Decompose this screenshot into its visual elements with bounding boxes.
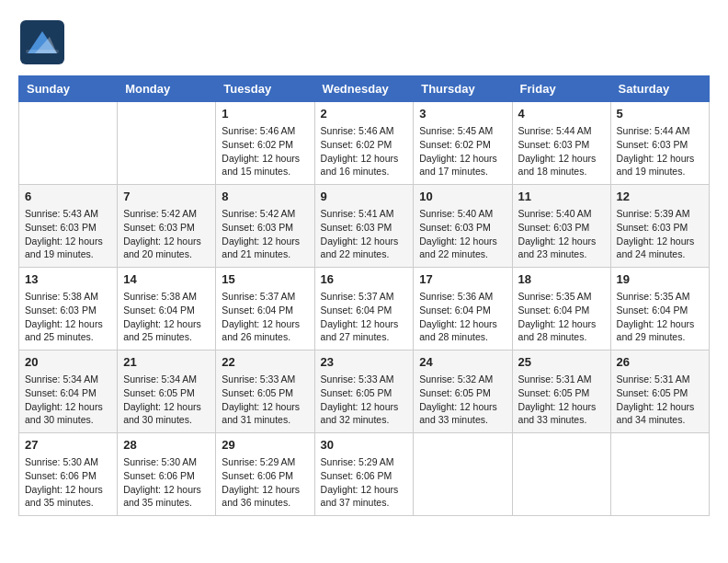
sunset-text: Sunset: 6:05 PM (419, 387, 491, 398)
day-number: 28 (123, 437, 210, 454)
day-number: 30 (321, 437, 408, 454)
day-number: 5 (617, 106, 703, 122)
calendar-day-cell: 4Sunrise: 5:44 AMSunset: 6:03 PMDaylight… (512, 102, 610, 185)
daylight-text: Daylight: 12 hours and 31 minutes. (222, 401, 300, 426)
sunset-text: Sunset: 6:03 PM (222, 222, 293, 233)
daylight-text: Daylight: 12 hours and 35 minutes. (123, 484, 201, 509)
sunset-text: Sunset: 6:03 PM (25, 222, 97, 233)
sunset-text: Sunset: 6:03 PM (518, 139, 590, 150)
daylight-text: Daylight: 12 hours and 17 minutes. (419, 153, 497, 178)
calendar-day-cell: 9Sunrise: 5:41 AMSunset: 6:03 PMDaylight… (314, 185, 414, 268)
day-number: 10 (419, 189, 506, 205)
sunset-text: Sunset: 6:05 PM (617, 387, 688, 398)
weekday-header-saturday: Saturday (610, 76, 709, 102)
day-number: 15 (222, 271, 308, 288)
daylight-text: Daylight: 12 hours and 30 minutes. (123, 401, 201, 426)
sunrise-text: Sunrise: 5:32 AM (419, 373, 493, 385)
day-number: 17 (419, 271, 506, 288)
sunrise-text: Sunrise: 5:44 AM (617, 125, 690, 136)
calendar-day-cell: 10Sunrise: 5:40 AMSunset: 6:03 PMDayligh… (414, 185, 512, 268)
sunrise-text: Sunrise: 5:46 AM (222, 125, 295, 136)
sunrise-text: Sunrise: 5:44 AM (518, 125, 592, 136)
calendar-day-cell (414, 433, 512, 516)
sunrise-text: Sunrise: 5:31 AM (617, 373, 690, 385)
sunset-text: Sunset: 6:03 PM (518, 222, 590, 233)
sunset-text: Sunset: 6:03 PM (321, 222, 392, 233)
sunset-text: Sunset: 6:02 PM (321, 139, 392, 150)
day-number: 16 (321, 271, 408, 288)
calendar-day-cell: 5Sunrise: 5:44 AMSunset: 6:03 PMDaylight… (610, 102, 709, 185)
calendar-day-cell: 25Sunrise: 5:31 AMSunset: 6:05 PMDayligh… (512, 350, 610, 433)
daylight-text: Daylight: 12 hours and 29 minutes. (617, 318, 695, 343)
sunset-text: Sunset: 6:02 PM (419, 139, 491, 150)
weekday-header-sunday: Sunday (19, 76, 118, 102)
day-number: 14 (123, 271, 210, 288)
daylight-text: Daylight: 12 hours and 22 minutes. (321, 236, 399, 260)
daylight-text: Daylight: 12 hours and 19 minutes. (25, 236, 103, 260)
header (18, 18, 710, 66)
calendar-day-cell: 12Sunrise: 5:39 AMSunset: 6:03 PMDayligh… (610, 185, 709, 268)
sunrise-text: Sunrise: 5:35 AM (518, 291, 592, 302)
daylight-text: Daylight: 12 hours and 37 minutes. (321, 484, 399, 509)
day-number: 9 (321, 189, 408, 205)
sunrise-text: Sunrise: 5:31 AM (518, 373, 592, 385)
day-number: 18 (518, 271, 605, 288)
calendar-day-cell: 29Sunrise: 5:29 AMSunset: 6:06 PMDayligh… (216, 433, 314, 516)
calendar-day-cell: 17Sunrise: 5:36 AMSunset: 6:04 PMDayligh… (414, 268, 512, 350)
daylight-text: Daylight: 12 hours and 32 minutes. (321, 401, 399, 426)
sunset-text: Sunset: 6:04 PM (518, 304, 590, 316)
weekday-header-thursday: Thursday (414, 76, 512, 102)
calendar-day-cell: 21Sunrise: 5:34 AMSunset: 6:05 PMDayligh… (118, 350, 216, 433)
daylight-text: Daylight: 12 hours and 33 minutes. (518, 401, 597, 426)
weekday-header-tuesday: Tuesday (216, 76, 314, 102)
calendar-day-cell: 1Sunrise: 5:46 AMSunset: 6:02 PMDaylight… (216, 102, 314, 185)
day-number: 25 (518, 354, 605, 371)
sunset-text: Sunset: 6:06 PM (222, 470, 293, 481)
day-number: 12 (617, 189, 703, 205)
calendar-table: SundayMondayTuesdayWednesdayThursdayFrid… (18, 75, 710, 516)
calendar-day-cell: 11Sunrise: 5:40 AMSunset: 6:03 PMDayligh… (512, 185, 610, 268)
day-number: 29 (222, 437, 308, 454)
weekday-header-monday: Monday (118, 76, 216, 102)
calendar-week-row: 20Sunrise: 5:34 AMSunset: 6:04 PMDayligh… (19, 350, 710, 433)
sunset-text: Sunset: 6:03 PM (617, 139, 688, 150)
calendar-day-cell: 14Sunrise: 5:38 AMSunset: 6:04 PMDayligh… (118, 268, 216, 350)
day-number: 27 (25, 437, 111, 454)
calendar-day-cell: 6Sunrise: 5:43 AMSunset: 6:03 PMDaylight… (19, 185, 118, 268)
day-number: 11 (518, 189, 605, 205)
sunrise-text: Sunrise: 5:43 AM (25, 208, 98, 219)
calendar-day-cell: 30Sunrise: 5:29 AMSunset: 6:06 PMDayligh… (314, 433, 414, 516)
calendar-day-cell: 28Sunrise: 5:30 AMSunset: 6:06 PMDayligh… (118, 433, 216, 516)
day-number: 19 (617, 271, 703, 288)
sunset-text: Sunset: 6:03 PM (123, 222, 195, 233)
sunset-text: Sunset: 6:06 PM (123, 470, 195, 481)
calendar-day-cell (610, 433, 709, 516)
calendar-day-cell: 26Sunrise: 5:31 AMSunset: 6:05 PMDayligh… (610, 350, 709, 433)
weekday-header-wednesday: Wednesday (314, 76, 414, 102)
weekday-header-friday: Friday (512, 76, 610, 102)
sunrise-text: Sunrise: 5:42 AM (222, 208, 295, 219)
calendar-day-cell (512, 433, 610, 516)
sunset-text: Sunset: 6:03 PM (617, 222, 688, 233)
sunrise-text: Sunrise: 5:34 AM (123, 373, 197, 385)
day-number: 3 (419, 106, 506, 122)
calendar-day-cell: 18Sunrise: 5:35 AMSunset: 6:04 PMDayligh… (512, 268, 610, 350)
sunrise-text: Sunrise: 5:36 AM (419, 291, 493, 302)
calendar-day-cell: 8Sunrise: 5:42 AMSunset: 6:03 PMDaylight… (216, 185, 314, 268)
sunset-text: Sunset: 6:05 PM (222, 387, 293, 398)
calendar-day-cell: 20Sunrise: 5:34 AMSunset: 6:04 PMDayligh… (19, 350, 118, 433)
sunset-text: Sunset: 6:06 PM (25, 470, 97, 481)
day-number: 2 (321, 106, 408, 122)
calendar-day-cell: 27Sunrise: 5:30 AMSunset: 6:06 PMDayligh… (19, 433, 118, 516)
sunrise-text: Sunrise: 5:33 AM (222, 373, 295, 385)
sunset-text: Sunset: 6:04 PM (321, 304, 392, 316)
calendar-header-row: SundayMondayTuesdayWednesdayThursdayFrid… (19, 76, 710, 102)
day-number: 20 (25, 354, 111, 371)
sunrise-text: Sunrise: 5:30 AM (123, 456, 197, 467)
sunrise-text: Sunrise: 5:42 AM (123, 208, 197, 219)
sunset-text: Sunset: 6:03 PM (25, 304, 97, 316)
daylight-text: Daylight: 12 hours and 21 minutes. (222, 236, 300, 260)
sunrise-text: Sunrise: 5:39 AM (617, 208, 690, 219)
daylight-text: Daylight: 12 hours and 24 minutes. (617, 236, 695, 260)
day-number: 13 (25, 271, 111, 288)
